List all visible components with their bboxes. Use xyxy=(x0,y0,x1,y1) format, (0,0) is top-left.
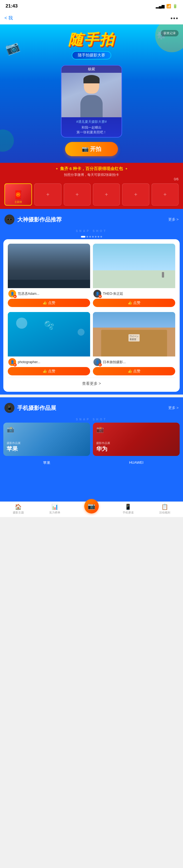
tab-camera[interactable]: 📷 xyxy=(73,504,110,514)
phone-channel-label: 手机赛道 xyxy=(123,511,134,515)
status-bar: 21:43 ▂▄▆ 📶 🔋 xyxy=(0,0,183,12)
ranking-label: 实力榜单 xyxy=(49,511,60,515)
wifi-icon: 📶 xyxy=(166,4,171,8)
back-button[interactable]: < 我 xyxy=(4,15,13,21)
bottom-space xyxy=(0,471,183,499)
card-section-title: 集齐 6 种卡，百分百获得现金红包 xyxy=(4,166,179,172)
dot-5 xyxy=(95,236,96,238)
phone-section-title: 手机摄影作品展 xyxy=(17,404,56,412)
photo-card-1: 👤 范丞丞Adam... 👍 点赞 xyxy=(8,244,90,309)
huawei-card-sub: 摄影作品展 xyxy=(96,441,176,445)
photo-card-3: 🫧 👤 photographer... 👍 点赞 xyxy=(8,312,90,378)
celebrity-inner: 杨紫 #遇见夏天摄影大赛# 和我一起晒出第一张初夏美照吧！ xyxy=(61,65,122,137)
hero-subtitle-badge: 随手拍摄影大赛 xyxy=(72,51,111,59)
celebrity-hashtag: #遇见夏天摄影大赛# xyxy=(64,120,119,124)
card-plus-icon: + xyxy=(134,191,138,198)
phone-section-header: 📱 手机摄影作品展 更多 > xyxy=(0,403,183,416)
phone-snap-label: SNAP SHOT xyxy=(0,416,183,423)
card-item-1[interactable]: 🧧 主获得 xyxy=(4,183,32,206)
view-more-button[interactable]: 查看更多 > xyxy=(8,378,175,387)
tab-bar-wrapper: 🏠 摄影主题 📊 实力榜单 📷 📱 手机赛道 📋 活动规则 xyxy=(0,501,183,517)
photo-card-2: 👤 THEO-朱正廷 👍 点赞 xyxy=(93,244,175,309)
phone-more-button[interactable]: 更多 > xyxy=(168,405,179,410)
ranking-icon: 📊 xyxy=(52,503,58,510)
card-item-3[interactable]: + xyxy=(64,183,91,206)
brand-card-huawei[interactable]: 📸 摄影作品展 华为 xyxy=(93,423,180,456)
card-plus-icon: + xyxy=(105,191,108,198)
photo-theme-icon: 🏠 xyxy=(15,503,22,510)
signal-icon: ▂▄▆ xyxy=(156,4,165,8)
photo-2-username: THEO-朱正廷 xyxy=(103,291,175,296)
apple-card-sub: 摄影作品展 xyxy=(7,441,87,445)
phone-section-icon: 📱 xyxy=(4,403,14,413)
huawei-card-name: 华为 xyxy=(96,445,176,453)
dot-7 xyxy=(100,236,102,238)
phone-title-left: 📱 手机摄影作品展 xyxy=(4,403,56,413)
dot-1 xyxy=(81,236,85,238)
card-plus-icon: + xyxy=(163,191,166,198)
status-time: 21:43 xyxy=(6,3,18,9)
dot-4 xyxy=(92,236,94,238)
photo-4-image: ワイーン美容室 xyxy=(93,312,175,356)
masters-icon: 🕶️ xyxy=(4,215,14,224)
photo-card-4: ワイーン美容室 👤 日本旅拍摄影... 👍 点赞 xyxy=(93,312,175,378)
photo-1-like-button[interactable]: 👍 点赞 xyxy=(8,299,90,307)
card-section: 集齐 6 种卡，百分百获得现金红包 拍照分享微博，每天可获得2张刷拍卡 0/6 … xyxy=(0,163,183,209)
masters-more-button[interactable]: 更多 > xyxy=(168,217,179,222)
photo-3-user-row: 👤 photographer... xyxy=(8,356,90,367)
activity-rules-icon: 📋 xyxy=(161,503,168,510)
phone-channel-icon: 📱 xyxy=(125,503,131,510)
card-item-2[interactable]: + xyxy=(34,183,61,206)
tab-bar: 🏠 摄影主题 📊 实力榜单 📷 📱 手机赛道 📋 活动规则 xyxy=(0,501,183,517)
photo-3-avatar: 👤 xyxy=(8,358,16,366)
card-plus-icon: + xyxy=(46,191,50,198)
apple-card-name: 苹果 xyxy=(7,445,87,453)
tab-phone-channel[interactable]: 📱 手机赛道 xyxy=(110,503,147,515)
photo-2-like-button[interactable]: 👍 点赞 xyxy=(93,299,175,307)
masters-title: 大神摄影作品推荐 xyxy=(17,216,62,223)
photo-4-avatar: 👤 xyxy=(93,358,101,366)
nav-bar: < 我 ••• xyxy=(0,12,183,25)
card-label-1: 主获得 xyxy=(5,200,31,204)
photo-grid: 👤 范丞丞Adam... 👍 点赞 👤 THEO-朱正廷 👍 点赞 xyxy=(8,244,175,378)
brand-card-apple-content: 📸 摄影作品展 苹果 xyxy=(3,423,90,456)
start-photo-button[interactable]: 📷 开拍 xyxy=(65,142,118,156)
card-item-4[interactable]: + xyxy=(93,183,120,206)
camera-icon: 📷 xyxy=(88,503,95,510)
card-plus-icon: + xyxy=(75,191,79,198)
tab-ranking[interactable]: 📊 实力榜单 xyxy=(37,503,73,515)
photo-3-like-button[interactable]: 👍 点赞 xyxy=(8,367,90,375)
hero-title-area: 随手拍 随手拍摄影大赛 xyxy=(0,25,183,62)
activity-rules-label: 活动规则 xyxy=(159,511,170,515)
photo-1-image xyxy=(8,244,90,288)
apple-card-decoration: 📸 xyxy=(7,426,87,433)
photo-1-avatar: 👤 xyxy=(8,290,16,298)
masters-title-left: 🕶️ 大神摄影作品推荐 xyxy=(4,215,62,224)
camera-button[interactable]: 📷 xyxy=(84,499,99,514)
hero-main-title: 随手拍 xyxy=(0,30,183,50)
brand-card-apple[interactable]: 📸 摄影作品展 苹果 xyxy=(3,423,90,456)
tab-photo-theme[interactable]: 🏠 摄影主题 xyxy=(0,503,37,515)
record-button[interactable]: 获奖记录 xyxy=(161,30,179,36)
card-section-subtitle: 拍照分享微博，每天可获得2张刷拍卡 xyxy=(4,173,179,177)
photo-2-user-row: 👤 THEO-朱正廷 xyxy=(93,288,175,299)
photo-grid-container: 👤 范丞丞Adam... 👍 点赞 👤 THEO-朱正廷 👍 点赞 xyxy=(3,239,180,392)
status-icons: ▂▄▆ 📶 🔋 xyxy=(156,4,177,8)
dot-6 xyxy=(98,236,99,238)
photo-1-user-row: 👤 范丞丞Adam... xyxy=(8,288,90,299)
tab-activity-rules[interactable]: 📋 活动规则 xyxy=(146,503,183,515)
dot-3 xyxy=(89,236,91,238)
card-counter: 0/6 xyxy=(4,177,179,181)
card-item-6[interactable]: + xyxy=(152,183,179,206)
dots-indicator xyxy=(0,234,183,239)
celebrity-photo xyxy=(61,73,122,117)
snap-shot-label: SNAP SHOT xyxy=(0,228,183,234)
photo-4-like-button[interactable]: 👍 点赞 xyxy=(93,367,175,375)
huawei-card-decoration: 📸 xyxy=(96,426,176,433)
more-button[interactable]: ••• xyxy=(171,15,179,22)
phone-section: 📱 手机摄影作品展 更多 > SNAP SHOT 📸 摄影作品展 苹果 📸 摄影… xyxy=(0,397,183,501)
start-btn-area: 📷 开拍 xyxy=(0,137,183,163)
photo-2-image xyxy=(93,244,175,288)
photo-2-avatar: 👤 xyxy=(93,290,101,298)
card-item-5[interactable]: + xyxy=(122,183,149,206)
